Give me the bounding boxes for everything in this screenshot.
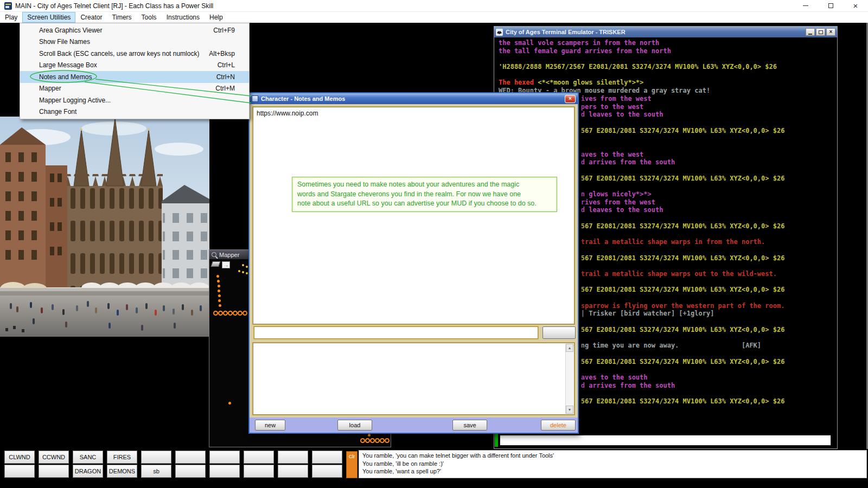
menu-item-shortcut: Ctrl+M <box>215 85 235 92</box>
map-dot <box>370 438 375 443</box>
save-button[interactable]: save <box>452 420 487 431</box>
menu-help[interactable]: Help <box>205 12 228 23</box>
terminal-line <box>499 55 836 63</box>
map-dot <box>360 438 365 443</box>
photo-square-crowd <box>0 288 209 337</box>
menu-item-large-message-box[interactable]: Large Message BoxCtrl+L <box>20 60 249 72</box>
close-icon: × <box>569 95 572 101</box>
mapper-toolbar: → <box>212 261 230 268</box>
map-dot <box>242 271 244 273</box>
list-scrollbar[interactable]: ▲ ▼ <box>565 344 573 414</box>
menu-item-change-font[interactable]: Change Font <box>20 106 249 118</box>
menu-item-mapper-logging-active[interactable]: Mapper Logging Active... <box>20 94 249 106</box>
note-title-input[interactable] <box>254 326 538 339</box>
menu-item-mapper[interactable]: MapperCtrl+M <box>20 83 249 95</box>
menu-instructions[interactable]: Instructions <box>162 12 205 23</box>
toolbar-button-empty[interactable] <box>244 465 274 478</box>
terminal-maximize-button[interactable] <box>816 28 825 36</box>
note-url-text: https://www.noip.com <box>257 110 318 117</box>
chat-line: You ramble, 'ill be on ramble :)' <box>362 460 863 468</box>
maximize-button[interactable] <box>818 0 843 12</box>
terminal-line: 'H2888/2888 M2567/2567 E2081/2081 S3274/… <box>499 63 836 71</box>
toolbar-button-demons[interactable]: DEMONS <box>107 465 137 478</box>
menu-screen-utilities[interactable]: Screen Utilities <box>22 12 75 23</box>
terminal-line: The hexed <*<*moon glows silently*>*> <box>499 79 836 87</box>
tip-line: words and Stargate cheverons you find in… <box>297 190 552 200</box>
menu-item-shortcut: Ctrl+N <box>216 73 235 81</box>
load-button[interactable]: load <box>337 420 372 431</box>
note-side-button[interactable] <box>542 326 576 339</box>
chat-log[interactable]: You ramble, 'you can make telnet bigger … <box>359 450 867 478</box>
window-title: MAIN - City of Ages Telnet Client [RJ] -… <box>15 2 213 10</box>
toolbar-button-empty[interactable] <box>278 451 308 464</box>
notes-close-button[interactable]: × <box>565 95 576 103</box>
map-dot <box>217 280 220 282</box>
notes-window-icon <box>252 95 258 102</box>
scroll-down-icon[interactable]: ▼ <box>566 406 573 414</box>
toolbar-button-sanc[interactable]: SANC <box>73 451 103 464</box>
toolbar-button-empty[interactable] <box>278 465 308 478</box>
note-list-box[interactable]: ▲ ▼ <box>253 343 575 415</box>
menu-item-label: Show File Names <box>39 38 90 46</box>
menu-play[interactable]: Play <box>0 12 22 23</box>
toolbar-button-empty[interactable] <box>209 465 240 478</box>
menu-item-label: Mapper Logging Active... <box>39 97 111 104</box>
toolbar-button-sb[interactable]: sb <box>141 465 171 478</box>
map-dot <box>216 275 219 278</box>
toolbar-button-fires[interactable]: FIRES <box>107 451 137 464</box>
eraser-icon[interactable] <box>210 261 220 267</box>
terminal-close-button[interactable]: × <box>826 28 835 36</box>
notes-button-strip: new load save delete <box>250 418 578 433</box>
close-button[interactable]: × <box>843 0 868 12</box>
screen-utilities-menu: Area Graphics ViewerCtrl+F9Show File Nam… <box>20 23 250 119</box>
toolbar-button-ccwnd[interactable]: CCWND <box>39 451 69 464</box>
map-dot <box>238 270 240 272</box>
menu-creator[interactable]: Creator <box>75 12 107 23</box>
main-titlebar[interactable]: MAIN - City of Ages Telnet Client [RJ] -… <box>0 0 868 12</box>
map-dot <box>218 299 221 302</box>
toolbar-button-empty[interactable] <box>4 465 35 478</box>
terminal-command-input[interactable] <box>500 435 831 446</box>
follow-arrow-icon[interactable]: → <box>222 261 230 268</box>
menu-tools[interactable]: Tools <box>137 12 162 23</box>
menu-item-area-graphics-viewer[interactable]: Area Graphics ViewerCtrl+F9 <box>20 24 249 36</box>
toolbar-button-empty[interactable] <box>209 451 240 464</box>
minimize-icon <box>803 5 808 6</box>
map-dot <box>228 402 231 404</box>
clr-button[interactable]: Clr <box>346 451 358 478</box>
toolbar-button-dragon[interactable]: DRAGON <box>73 465 103 478</box>
terminal-minimize-button[interactable] <box>806 28 815 36</box>
note-text-area[interactable]: https://www.noip.com Sometimes you need … <box>253 107 575 324</box>
terminal-line: the tall female guard arrives from the n… <box>499 47 836 55</box>
close-icon: × <box>829 29 833 35</box>
menu-timers[interactable]: Timers <box>107 12 136 23</box>
toolbar-button-clwnd[interactable]: CLWND <box>4 451 35 464</box>
map-dot <box>380 438 385 443</box>
terminal-title: City of Ages Terminal Emulator - TRISKER <box>506 29 626 35</box>
toolbar-button-empty[interactable] <box>244 451 274 464</box>
map-dot <box>218 285 220 287</box>
new-button[interactable]: new <box>255 420 285 431</box>
mapper-title: Mapper <box>219 252 239 258</box>
menu-item-scroll-back-esc-cancels-use-arrow-keys-not-numlock[interactable]: Scroll Back (ESC cancels, use arrow keys… <box>20 48 249 60</box>
menu-item-notes-and-memos[interactable]: Notes and MemosCtrl+N <box>20 71 249 83</box>
menu-item-label: Change Font <box>39 108 76 115</box>
map-dot <box>246 266 248 268</box>
menu-item-show-file-names[interactable]: Show File Names <box>20 36 249 48</box>
map-dot <box>219 304 221 307</box>
toolbar-button-empty[interactable] <box>175 451 206 464</box>
scroll-up-icon[interactable]: ▲ <box>566 344 573 352</box>
toolbar-button-empty[interactable] <box>312 451 342 464</box>
toolbar-button-empty[interactable] <box>39 465 69 478</box>
toolbar-button-empty[interactable] <box>141 451 171 464</box>
photo-town-hall <box>67 117 163 287</box>
toolbar-button-empty[interactable] <box>312 465 342 478</box>
terminal-titlebar[interactable]: City of Ages Terminal Emulator - TRISKER… <box>494 27 837 37</box>
minimize-button[interactable] <box>793 0 818 12</box>
notes-titlebar[interactable]: Character - Notes and Memos × <box>250 93 578 104</box>
terminal-window-icon <box>496 29 503 36</box>
command-status-bar <box>495 434 498 447</box>
delete-button[interactable]: delete <box>541 420 576 431</box>
toolbar-button-empty[interactable] <box>175 465 206 478</box>
notes-tip-box: Sometimes you need to make notes about y… <box>292 177 557 212</box>
